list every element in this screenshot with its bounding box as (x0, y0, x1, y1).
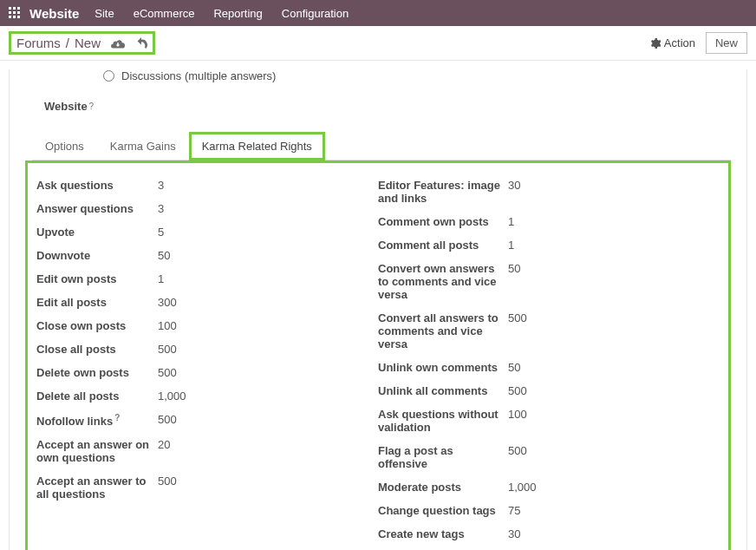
rights-label: Comment all posts (378, 239, 508, 252)
rights-label: Convert own answers to comments and vice… (378, 262, 508, 301)
new-button[interactable]: New (706, 32, 747, 54)
rights-value[interactable]: 20 (158, 438, 170, 451)
rights-value[interactable]: 300 (158, 296, 177, 309)
rights-value[interactable]: 30 (508, 179, 520, 192)
rights-label: Unlink all comments (378, 384, 508, 397)
rights-label: Answer questions (36, 202, 158, 215)
breadcrumb-current: New (75, 36, 101, 50)
rights-row: Accept an answer on own questions20 (36, 438, 378, 464)
rights-value[interactable]: 1,000 (158, 390, 186, 403)
rights-row: Edit all posts300 (36, 296, 378, 309)
karma-rights-panel: Ask questions3Answer questions3Upvote5Do… (25, 160, 731, 550)
control-bar: Forums / New Action New (0, 26, 756, 61)
rights-row: Downvote50 (36, 249, 378, 262)
rights-label: Nofollow links? (36, 413, 158, 428)
nav-site[interactable]: Site (94, 7, 114, 20)
breadcrumb: Forums / New (9, 31, 155, 55)
rights-left-column: Ask questions3Answer questions3Upvote5Do… (36, 179, 378, 550)
rights-value[interactable]: 100 (158, 319, 177, 332)
nav-configuration[interactable]: Configuration (282, 7, 349, 20)
rights-label: Ask questions without validation (378, 408, 508, 434)
svg-rect-0 (9, 7, 11, 10)
rights-row: Unlink all comments500 (378, 384, 720, 397)
app-brand[interactable]: Website (29, 6, 79, 21)
rights-row: Close own posts100 (36, 319, 378, 332)
rights-value[interactable]: 50 (508, 262, 520, 275)
rights-label: Comment own posts (378, 215, 508, 228)
rights-row: Ask questions without validation100 (378, 408, 720, 434)
cloud-save-icon[interactable] (111, 38, 125, 49)
rights-label: Downvote (36, 249, 158, 262)
rights-row: Editor Features: image and links30 (378, 179, 720, 205)
apps-icon[interactable] (9, 7, 21, 19)
rights-label: Create new tags (378, 527, 508, 540)
rights-label: Delete own posts (36, 366, 158, 379)
rights-row: Ask questions3 (36, 179, 378, 192)
rights-value[interactable]: 500 (508, 444, 527, 457)
breadcrumb-root[interactable]: Forums (16, 36, 61, 50)
rights-value[interactable]: 500 (158, 475, 177, 488)
rights-value[interactable]: 500 (158, 343, 177, 356)
rights-value[interactable]: 5 (158, 226, 164, 239)
rights-label: Unlink own comments (378, 361, 508, 374)
rights-right-column: Editor Features: image and links30Commen… (378, 179, 720, 550)
tab-options[interactable]: Options (32, 132, 97, 160)
mode-discussions-radio[interactable] (103, 70, 114, 82)
rights-value[interactable]: 30 (508, 527, 520, 540)
right-actions: Action New (650, 32, 747, 54)
rights-row: Unlink own comments50 (378, 361, 720, 374)
svg-rect-1 (13, 7, 16, 10)
rights-value[interactable]: 50 (158, 249, 170, 262)
nav-reporting[interactable]: Reporting (213, 7, 262, 20)
rights-row: Close all posts500 (36, 343, 378, 356)
website-field-label: Website (44, 100, 88, 113)
action-dropdown[interactable]: Action (650, 36, 695, 49)
rights-value[interactable]: 500 (508, 384, 527, 397)
rights-row: Edit own posts1 (36, 272, 378, 285)
rights-label: Change question tags (378, 504, 508, 517)
rights-value[interactable]: 1 (508, 239, 514, 252)
rights-value[interactable]: 1 (158, 272, 164, 285)
form-sheet: Discussions (multiple answers) Website? … (9, 69, 747, 550)
rights-row: Accept an answer to all questions500 (36, 475, 378, 501)
rights-value[interactable]: 50 (508, 361, 520, 374)
tab-karma-gains[interactable]: Karma Gains (97, 132, 189, 160)
rights-value[interactable]: 1 (508, 215, 514, 228)
rights-value[interactable]: 3 (158, 202, 164, 215)
rights-row: Upvote5 (36, 226, 378, 239)
rights-row: Flag a post as offensive500 (378, 444, 720, 470)
rights-row: Convert own answers to comments and vice… (378, 262, 720, 301)
discard-icon[interactable] (135, 37, 147, 49)
rights-label: Convert all answers to comments and vice… (378, 311, 508, 350)
rights-label: Close all posts (36, 343, 158, 356)
rights-value[interactable]: 500 (508, 311, 527, 324)
mode-discussions-label: Discussions (multiple answers) (121, 69, 276, 82)
rights-label: Moderate posts (378, 481, 508, 494)
rights-value[interactable]: 100 (508, 408, 527, 421)
rights-row: Answer questions3 (36, 202, 378, 215)
rights-label: Flag a post as offensive (378, 444, 508, 470)
rights-label: Close own posts (36, 319, 158, 332)
svg-rect-2 (17, 7, 20, 10)
tab-karma-related-rights[interactable]: Karma Related Rights (189, 132, 325, 160)
rights-value[interactable]: 500 (158, 366, 177, 379)
svg-rect-3 (9, 11, 11, 14)
svg-rect-6 (9, 16, 11, 18)
website-help-icon[interactable]: ? (89, 101, 94, 111)
rights-row: Moderate posts1,000 (378, 481, 720, 494)
top-navbar: Website Site eCommerce Reporting Configu… (0, 0, 756, 26)
rights-value[interactable]: 3 (158, 179, 164, 192)
rights-value[interactable]: 500 (158, 413, 177, 426)
breadcrumb-separator: / (66, 36, 69, 50)
rights-value[interactable]: 75 (508, 504, 520, 517)
rights-value[interactable]: 1,000 (508, 481, 537, 494)
action-label: Action (664, 36, 695, 49)
rights-row: Convert all answers to comments and vice… (378, 311, 720, 350)
website-field-row: Website? (44, 100, 731, 113)
rights-label: Accept an answer on own questions (36, 438, 158, 464)
help-icon[interactable]: ? (114, 413, 120, 422)
nav-ecommerce[interactable]: eCommerce (134, 7, 195, 20)
gear-icon (650, 38, 661, 49)
rights-row: Change question tags75 (378, 504, 720, 517)
mode-discussions-row: Discussions (multiple answers) (103, 69, 731, 82)
